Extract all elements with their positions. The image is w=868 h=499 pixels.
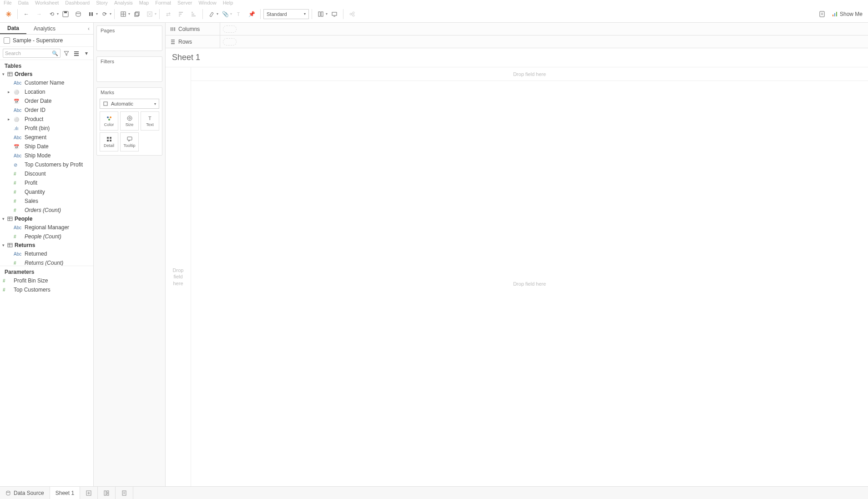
rows-drop-zone[interactable] bbox=[220, 35, 868, 48]
field-product[interactable]: ▸⚪Product bbox=[0, 115, 93, 124]
swap-icon[interactable]: ⇄ bbox=[162, 8, 174, 20]
group-icon[interactable]: 📎 bbox=[219, 8, 231, 20]
new-worksheet-icon[interactable] bbox=[117, 8, 129, 20]
filter-fields-icon[interactable] bbox=[62, 49, 71, 57]
field-people-count[interactable]: ▸#People (Count) bbox=[0, 232, 93, 241]
field-order-date[interactable]: ▸📅Order Date bbox=[0, 96, 93, 106]
field-segment[interactable]: ▸AbcSegment bbox=[0, 133, 93, 142]
fields-menu-icon[interactable]: ▾ bbox=[82, 49, 91, 57]
mark-type-select[interactable]: Automatic ▾ bbox=[100, 99, 159, 109]
field-discount[interactable]: ▸#Discount bbox=[0, 169, 93, 178]
share-icon[interactable] bbox=[346, 8, 358, 20]
drop-zone-main[interactable]: Drop field here bbox=[191, 81, 868, 486]
drop-zone-top[interactable]: Drop field here bbox=[191, 67, 868, 81]
menu-help[interactable]: Help bbox=[223, 0, 233, 5]
pause-dropdown-icon[interactable]: ▾ bbox=[96, 12, 98, 16]
highlight-dropdown-icon[interactable]: ▾ bbox=[217, 12, 218, 16]
param-top-customers[interactable]: #Top Customers bbox=[0, 285, 93, 294]
expand-icon[interactable]: ▸ bbox=[6, 117, 11, 121]
clear-icon[interactable] bbox=[144, 8, 156, 20]
field-orders-count[interactable]: ▸#Orders (Count) bbox=[0, 206, 93, 215]
mark-tooltip-button[interactable]: Tooltip bbox=[120, 132, 139, 151]
menu-analysis[interactable]: Analysis bbox=[114, 0, 133, 5]
field-regional-manager[interactable]: ▸AbcRegional Manager bbox=[0, 223, 93, 232]
tab-data[interactable]: Data bbox=[0, 23, 26, 34]
mark-color-button[interactable]: Color bbox=[100, 111, 118, 131]
new-worksheet-tab[interactable] bbox=[80, 487, 98, 499]
field-quantity[interactable]: ▸#Quantity bbox=[0, 187, 93, 197]
menu-server[interactable]: Server bbox=[177, 0, 192, 5]
columns-shelf[interactable]: Columns bbox=[166, 23, 868, 35]
menu-dashboard[interactable]: Dashboard bbox=[65, 0, 90, 5]
presentation-mode-icon[interactable] bbox=[328, 8, 340, 20]
pause-auto-updates-icon[interactable] bbox=[85, 8, 97, 20]
menu-file[interactable]: File bbox=[4, 0, 12, 5]
field-returns-count[interactable]: ▸#Returns (Count) bbox=[0, 258, 93, 266]
fit-mode-select[interactable]: Standard ▾ bbox=[263, 9, 309, 19]
cards-dropdown-icon[interactable]: ▾ bbox=[326, 12, 328, 16]
table-returns[interactable]: ▾ Returns bbox=[0, 241, 93, 249]
menu-data[interactable]: Data bbox=[18, 0, 29, 5]
rows-shelf[interactable]: Rows bbox=[166, 35, 868, 48]
refresh-icon[interactable]: ⟳ bbox=[99, 8, 111, 20]
table-people[interactable]: ▾ People bbox=[0, 215, 93, 223]
tab-data-source[interactable]: Data Source bbox=[0, 487, 50, 499]
show-hide-cards-icon[interactable] bbox=[315, 8, 327, 20]
new-story-tab[interactable] bbox=[116, 487, 133, 499]
view-fields-icon[interactable] bbox=[72, 49, 81, 57]
field-sales[interactable]: ▸#Sales bbox=[0, 197, 93, 206]
mark-text-button[interactable]: TText bbox=[141, 111, 159, 131]
sheet-title[interactable]: Sheet 1 bbox=[166, 48, 868, 67]
new-ws-dropdown-icon[interactable]: ▾ bbox=[128, 12, 130, 16]
menu-format[interactable]: Format bbox=[155, 0, 171, 5]
menu-window[interactable]: Window bbox=[199, 0, 217, 5]
save-icon[interactable] bbox=[60, 8, 71, 20]
new-data-source-icon[interactable] bbox=[72, 8, 84, 20]
menu-story[interactable]: Story bbox=[96, 0, 108, 5]
clear-dropdown-icon[interactable]: ▾ bbox=[155, 12, 156, 16]
drop-zone-left[interactable]: Drop field here bbox=[166, 67, 191, 486]
pages-shelf[interactable]: Pages bbox=[96, 25, 162, 51]
pin-icon[interactable]: 📌 bbox=[246, 8, 257, 20]
svg-rect-36 bbox=[833, 15, 833, 16]
param-profit-bin-size[interactable]: #Profit Bin Size bbox=[0, 276, 93, 285]
table-orders[interactable]: ▾ Orders bbox=[0, 70, 93, 78]
field-ship-mode[interactable]: ▸AbcShip Mode bbox=[0, 151, 93, 160]
tab-analytics[interactable]: Analytics bbox=[26, 23, 63, 34]
refresh-dropdown-icon[interactable]: ▾ bbox=[110, 12, 111, 16]
field-profit[interactable]: ▸#Profit bbox=[0, 178, 93, 187]
datasource-row[interactable]: Sample - Superstore bbox=[0, 35, 93, 46]
tableau-logo-icon[interactable] bbox=[3, 8, 15, 20]
viz-canvas[interactable]: Drop field here Drop field here Drop fie… bbox=[166, 67, 868, 486]
filters-shelf[interactable]: Filters bbox=[96, 56, 162, 82]
highlight-icon[interactable] bbox=[206, 8, 217, 20]
new-dashboard-tab[interactable] bbox=[98, 487, 116, 499]
field-order-id[interactable]: ▸AbcOrder ID bbox=[0, 106, 93, 115]
search-input[interactable]: Search 🔍 bbox=[3, 49, 61, 58]
field-top-customers[interactable]: ▸⊘Top Customers by Profit bbox=[0, 160, 93, 169]
menu-map[interactable]: Map bbox=[139, 0, 149, 5]
columns-drop-zone[interactable] bbox=[220, 23, 868, 35]
sort-desc-icon[interactable] bbox=[188, 8, 200, 20]
menu-worksheet[interactable]: Worksheet bbox=[35, 0, 59, 5]
field-profit-bin[interactable]: ▸.ılıProfit (bin) bbox=[0, 124, 93, 133]
mark-detail-button[interactable]: Detail bbox=[100, 132, 118, 151]
sort-asc-icon[interactable] bbox=[175, 8, 187, 20]
group-dropdown-icon[interactable]: ▾ bbox=[230, 12, 232, 16]
show-mark-labels-icon[interactable]: T bbox=[233, 8, 245, 20]
revert-dropdown-icon[interactable]: ▾ bbox=[57, 12, 59, 16]
expand-icon[interactable]: ▸ bbox=[6, 90, 11, 94]
collapse-pane-icon[interactable]: ‹ bbox=[84, 23, 93, 34]
undo-icon[interactable]: ← bbox=[20, 8, 32, 20]
tab-sheet-1[interactable]: Sheet 1 bbox=[50, 487, 80, 499]
revert-icon[interactable]: ⟲ bbox=[46, 8, 58, 20]
field-ship-date[interactable]: ▸📅Ship Date bbox=[0, 142, 93, 151]
mark-size-button[interactable]: Size bbox=[120, 111, 139, 131]
field-customer-name[interactable]: ▸AbcCustomer Name bbox=[0, 78, 93, 87]
data-guide-icon[interactable] bbox=[816, 8, 828, 20]
field-returned[interactable]: ▸AbcReturned bbox=[0, 249, 93, 258]
redo-icon[interactable]: → bbox=[33, 8, 45, 20]
show-me-button[interactable]: Show Me bbox=[829, 11, 865, 17]
field-location[interactable]: ▸⚪Location bbox=[0, 87, 93, 96]
duplicate-icon[interactable] bbox=[131, 8, 143, 20]
